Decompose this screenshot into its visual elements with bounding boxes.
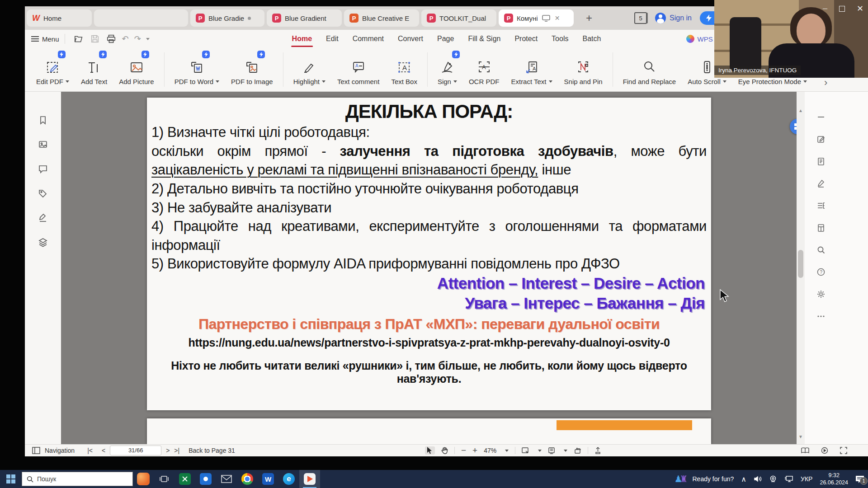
print-button[interactable] [106, 34, 116, 44]
back-to-page-button[interactable]: Back to Page 31 [189, 447, 235, 454]
search-icon[interactable] [816, 245, 826, 254]
redo-button[interactable]: ↷ [134, 34, 141, 44]
clock[interactable]: 9:3226.06.2024 [820, 472, 848, 487]
highlight-button[interactable]: Highlight [288, 54, 331, 85]
start-button[interactable] [0, 470, 22, 488]
save-button[interactable] [90, 34, 100, 44]
select-tool-button[interactable] [425, 446, 435, 455]
pinned-app-icon[interactable] [133, 470, 154, 488]
page-indicator-input[interactable]: 31/66 [110, 446, 161, 455]
share-button[interactable] [594, 447, 601, 454]
settings-icon[interactable] [816, 290, 826, 299]
attachments-icon[interactable] [38, 188, 48, 198]
tab-blank[interactable] [94, 9, 188, 27]
taskbar-search-input[interactable]: Пошук [22, 472, 133, 486]
camera-tray-icon[interactable] [769, 475, 777, 483]
collapse-panel-icon[interactable] [816, 113, 826, 122]
add-text-button[interactable]: Add Text [75, 54, 113, 85]
tab-toolkit-dual[interactable]: P TOOLKIT_Dual [421, 9, 496, 27]
text-align-icon[interactable] [816, 201, 826, 210]
first-page-button[interactable]: |< [87, 447, 93, 454]
last-page-button[interactable]: >| [174, 447, 179, 454]
ribbon-tab-convert[interactable]: Convert [397, 33, 424, 45]
maximize-button[interactable] [839, 6, 845, 12]
vertical-scrollbar[interactable]: ▲ ▼ [797, 92, 805, 444]
read-mode-caret[interactable] [564, 450, 567, 454]
tray-promo-text[interactable]: Ready for fun? [692, 475, 734, 483]
zoom-in-button[interactable]: + [472, 446, 477, 455]
undo-button[interactable]: ↶ [122, 34, 129, 44]
new-tab-button[interactable]: + [582, 12, 596, 24]
close-button[interactable]: ✕ [857, 4, 863, 14]
pdf-to-image-button[interactable]: PDF to Image [225, 54, 279, 85]
ribbon-tab-tools[interactable]: Tools [551, 33, 569, 45]
book-view-icon[interactable] [801, 447, 809, 454]
compose-note-icon[interactable] [816, 135, 826, 144]
text-comment-button[interactable]: A Text comment [331, 54, 385, 85]
add-picture-button[interactable]: Add Picture [113, 54, 160, 85]
pdf-to-word-button[interactable]: PDF to Word [169, 54, 225, 85]
ribbon-expand-arrow[interactable]: › [824, 77, 827, 89]
scroll-up-icon[interactable]: ▲ [797, 108, 805, 113]
next-page-button[interactable]: > [166, 447, 170, 454]
ribbon-tab-batch[interactable]: Batch [581, 33, 602, 45]
notification-center-icon[interactable]: 1 [855, 475, 864, 483]
ribbon-tab-protect[interactable]: Protect [514, 33, 538, 45]
read-mode-button[interactable] [548, 447, 555, 454]
sign-button[interactable]: Sign [432, 54, 463, 85]
rotate-page-button[interactable] [574, 447, 581, 454]
word-taskbar-icon[interactable]: W [258, 470, 278, 488]
excel-taskbar-icon[interactable] [175, 470, 195, 488]
ribbon-tab-home[interactable]: Home [291, 33, 313, 45]
zoom-out-button[interactable]: − [461, 446, 466, 455]
bookmarks-icon[interactable] [38, 115, 48, 125]
tab-blue-gradient[interactable]: P Blue Gradient [267, 9, 342, 27]
thumbnails-icon[interactable] [38, 140, 48, 150]
annotate-pen-icon[interactable] [816, 179, 826, 188]
hidden-icons-chevron[interactable]: ∧ [741, 475, 746, 483]
minimize-button[interactable]: ─ [823, 5, 827, 12]
help-icon[interactable]: ? [816, 267, 826, 277]
open-file-button[interactable] [74, 34, 84, 44]
more-options-icon[interactable] [816, 312, 826, 321]
ribbon-tab-page[interactable]: Page [436, 33, 455, 45]
extract-text-button[interactable]: A Extract Text [505, 54, 558, 85]
document-canvas[interactable]: ДЕКІЛЬКА ПОРАД: 1) Визначте чіткі цілі р… [61, 92, 797, 444]
scrollbar-thumb[interactable] [798, 250, 803, 278]
fit-page-button[interactable] [522, 447, 529, 454]
fullscreen-icon[interactable] [840, 447, 847, 454]
edge-taskbar-icon[interactable]: e [278, 470, 299, 488]
open-documents-badge[interactable]: 5 [634, 12, 647, 24]
layers-icon[interactable] [38, 237, 48, 247]
task-view-button[interactable] [154, 470, 175, 488]
navigation-panel-icon[interactable] [32, 447, 40, 454]
zoom-caret[interactable] [505, 450, 509, 454]
snip-and-pin-button[interactable]: Snip and Pin [558, 54, 609, 85]
media-player-taskbar-icon[interactable] [299, 470, 320, 488]
network-display-icon[interactable] [784, 475, 793, 483]
text-box-button[interactable]: A Text Box [385, 54, 423, 85]
zoom-level[interactable]: 47% [484, 447, 496, 454]
tab-home[interactable]: W Home [27, 9, 92, 27]
page-layout-icon[interactable] [816, 223, 826, 232]
volume-icon[interactable] [754, 475, 762, 483]
language-indicator[interactable]: УКР [801, 475, 812, 483]
close-tab-icon[interactable]: ✕ [555, 14, 560, 22]
chrome-taskbar-icon[interactable] [237, 470, 258, 488]
fit-caret[interactable] [538, 450, 542, 454]
autoplay-icon[interactable] [821, 447, 828, 454]
ocr-pdf-button[interactable]: A OCR PDF [463, 54, 505, 85]
comments-icon[interactable] [38, 164, 48, 174]
scroll-down-icon[interactable]: ▼ [797, 434, 805, 439]
chess-app-icon[interactable]: ♟♜ [675, 474, 685, 484]
blue-app-taskbar-icon[interactable] [195, 470, 216, 488]
ribbon-tab-edit[interactable]: Edit [325, 33, 340, 45]
menu-button[interactable]: Menu [31, 35, 59, 43]
pdf-page-31[interactable]: ДЕКІЛЬКА ПОРАД: 1) Визначте чіткі цілі р… [147, 98, 711, 410]
signature-panel-icon[interactable] [38, 213, 48, 223]
tab-komunikatsiya-active[interactable]: P Комуні ✕ [499, 9, 574, 27]
page-summary-icon[interactable] [816, 157, 826, 166]
navigation-label[interactable]: Navigation [45, 447, 75, 454]
mail-taskbar-icon[interactable] [216, 470, 237, 488]
ribbon-tab-fill-sign[interactable]: Fill & Sign [467, 33, 501, 45]
